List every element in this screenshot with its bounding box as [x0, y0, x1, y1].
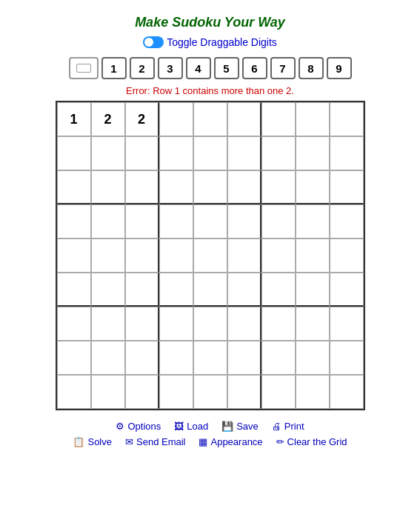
cell-5-9[interactable]	[330, 239, 364, 273]
cell-1-3[interactable]: 2	[125, 102, 159, 136]
cell-6-9[interactable]	[330, 273, 364, 307]
cell-6-4[interactable]	[159, 273, 193, 307]
send-email-button[interactable]: ✉ Send Email	[125, 436, 185, 447]
cell-8-9[interactable]	[330, 341, 364, 375]
cell-3-6[interactable]	[227, 170, 261, 204]
cell-5-7[interactable]	[261, 239, 296, 273]
cell-5-4[interactable]	[159, 239, 193, 273]
cell-7-8[interactable]	[296, 307, 330, 341]
cell-9-6[interactable]	[227, 375, 261, 409]
cell-5-2[interactable]	[91, 239, 125, 273]
cell-3-7[interactable]	[261, 170, 296, 204]
cell-4-5[interactable]	[193, 204, 227, 239]
cell-7-6[interactable]	[227, 307, 261, 341]
cell-2-7[interactable]	[261, 136, 296, 170]
digit-9[interactable]: 9	[327, 57, 352, 79]
cell-7-5[interactable]	[193, 307, 227, 341]
digit-1[interactable]: 1	[101, 57, 127, 79]
cell-2-4[interactable]	[159, 136, 193, 170]
cell-4-8[interactable]	[296, 204, 330, 239]
cell-2-8[interactable]	[296, 136, 330, 170]
cell-7-9[interactable]	[330, 307, 364, 341]
cell-4-6[interactable]	[227, 204, 261, 239]
digit-3[interactable]: 3	[158, 57, 183, 79]
digit-7[interactable]: 7	[270, 57, 296, 79]
cell-6-1[interactable]	[57, 273, 91, 307]
cell-1-1[interactable]: 1	[57, 102, 91, 136]
cell-2-1[interactable]	[57, 136, 91, 170]
cell-2-9[interactable]	[330, 136, 364, 170]
cell-3-5[interactable]	[193, 170, 227, 204]
digit-4[interactable]: 4	[186, 57, 211, 79]
cell-8-1[interactable]	[57, 341, 91, 375]
cell-9-4[interactable]	[159, 375, 193, 409]
cell-7-7[interactable]	[261, 307, 296, 341]
cell-9-1[interactable]	[57, 375, 91, 409]
cell-8-4[interactable]	[159, 341, 193, 375]
load-button[interactable]: 🖼 Load	[174, 421, 208, 432]
cell-5-8[interactable]	[296, 239, 330, 273]
cell-4-2[interactable]	[91, 204, 125, 239]
cell-1-7[interactable]	[261, 102, 296, 136]
cell-2-2[interactable]	[91, 136, 125, 170]
cell-1-8[interactable]	[296, 102, 330, 136]
appearance-button[interactable]: ▦ Appearance	[199, 436, 262, 447]
digit-6[interactable]: 6	[242, 57, 267, 79]
cell-6-6[interactable]	[227, 273, 261, 307]
cell-6-2[interactable]	[91, 273, 125, 307]
toggle-draggable-row[interactable]: Toggle Draggable Digits	[143, 36, 277, 48]
cell-8-6[interactable]	[227, 341, 261, 375]
cell-8-2[interactable]	[91, 341, 125, 375]
cell-1-6[interactable]	[227, 102, 261, 136]
cell-7-1[interactable]	[57, 307, 91, 341]
cell-6-3[interactable]	[125, 273, 159, 307]
cell-9-5[interactable]	[193, 375, 227, 409]
cell-3-9[interactable]	[330, 170, 364, 204]
cell-8-7[interactable]	[261, 341, 296, 375]
cell-3-3[interactable]	[125, 170, 159, 204]
cell-9-3[interactable]	[125, 375, 159, 409]
options-button[interactable]: ⚙ Options	[116, 421, 161, 432]
cell-2-6[interactable]	[227, 136, 261, 170]
cell-2-3[interactable]	[125, 136, 159, 170]
cell-5-5[interactable]	[193, 239, 227, 273]
clear-grid-button[interactable]: ✏ Clear the Grid	[276, 436, 347, 447]
cell-3-1[interactable]	[57, 170, 91, 204]
cell-3-8[interactable]	[296, 170, 330, 204]
cell-4-1[interactable]	[57, 204, 91, 239]
cell-6-5[interactable]	[193, 273, 227, 307]
cell-4-7[interactable]	[261, 204, 296, 239]
cell-4-3[interactable]	[125, 204, 159, 239]
cell-6-8[interactable]	[296, 273, 330, 307]
save-button[interactable]: 💾 Save	[221, 421, 259, 432]
cell-5-6[interactable]	[227, 239, 261, 273]
toggle-draggable-switch[interactable]	[143, 36, 164, 48]
cell-1-4[interactable]	[159, 102, 193, 136]
cell-2-5[interactable]	[193, 136, 227, 170]
cell-9-2[interactable]	[91, 375, 125, 409]
print-button[interactable]: 🖨 Print	[272, 421, 304, 432]
cell-9-8[interactable]	[296, 375, 330, 409]
cell-6-7[interactable]	[261, 273, 296, 307]
cell-1-2[interactable]: 2	[91, 102, 125, 136]
digit-8[interactable]: 8	[299, 57, 324, 79]
cell-1-5[interactable]	[193, 102, 227, 136]
cell-5-3[interactable]	[125, 239, 159, 273]
cell-8-5[interactable]	[193, 341, 227, 375]
solve-button[interactable]: 📋 Solve	[73, 436, 112, 447]
cell-3-4[interactable]	[159, 170, 193, 204]
cell-7-3[interactable]	[125, 307, 159, 341]
cell-7-2[interactable]	[91, 307, 125, 341]
cell-4-9[interactable]	[330, 204, 364, 239]
cell-7-4[interactable]	[159, 307, 193, 341]
cell-4-4[interactable]	[159, 204, 193, 239]
cell-3-2[interactable]	[91, 170, 125, 204]
cell-5-1[interactable]	[57, 239, 91, 273]
digit-2[interactable]: 2	[130, 57, 155, 79]
cell-1-9[interactable]	[330, 102, 364, 136]
cell-9-7[interactable]	[261, 375, 296, 409]
cell-8-8[interactable]	[296, 341, 330, 375]
cell-8-3[interactable]	[125, 341, 159, 375]
eraser-button[interactable]	[69, 57, 99, 79]
cell-9-9[interactable]	[330, 375, 364, 409]
